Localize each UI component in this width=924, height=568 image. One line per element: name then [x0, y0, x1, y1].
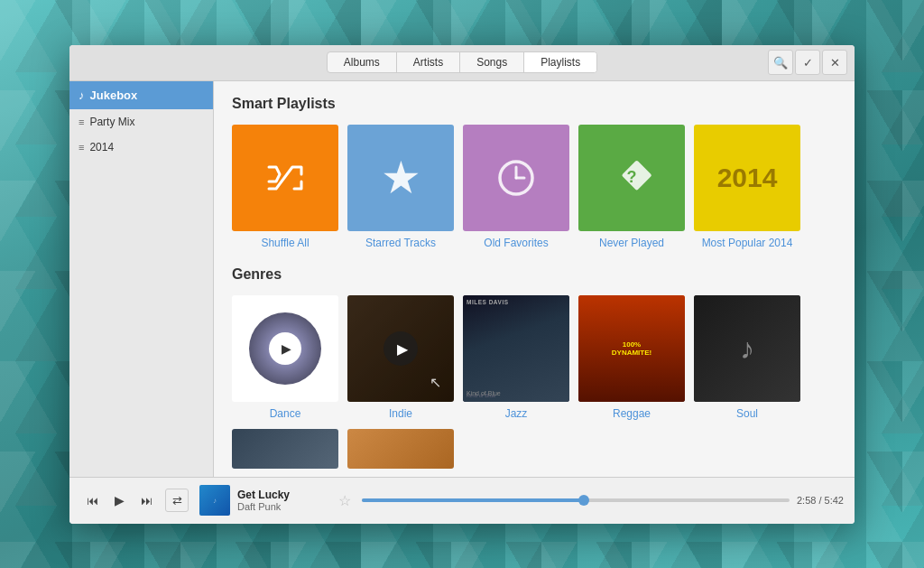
album-art: ♪: [199, 485, 230, 516]
genre-card-dance[interactable]: ▶ Dance: [232, 295, 338, 420]
question-diamond-icon: ?: [608, 154, 655, 201]
genre-card-soul[interactable]: ♪ Soul: [694, 295, 800, 420]
jazz-thumb: MILES DAVIS Kind of Blue: [463, 295, 569, 402]
svg-text:?: ?: [627, 168, 637, 186]
progress-handle: [578, 495, 589, 506]
shuffle-icon: [263, 156, 307, 200]
clock-icon: [493, 154, 540, 201]
track-info: Get Lucky Daft Punk: [237, 489, 328, 512]
tab-group: Albums Artists Songs Playlists: [327, 51, 597, 73]
progress-bar[interactable]: [362, 498, 790, 502]
tab-albums[interactable]: Albums: [328, 52, 397, 72]
playlist-card-old-fav[interactable]: Old Favorites: [463, 125, 569, 251]
tab-playlists[interactable]: Playlists: [524, 52, 596, 72]
sidebar: ♪ Jukebox ≡ Party Mix ≡ 2014: [69, 81, 214, 477]
genres-section: Genres ▶ Dance: [232, 266, 836, 469]
sidebar-item-2014[interactable]: ≡ 2014: [69, 135, 213, 160]
header-actions: 🔍 ✓ ✕: [768, 50, 847, 75]
playlist-card-most-popular[interactable]: 2014 Most Popular 2014: [694, 125, 800, 251]
dance-label: Dance: [270, 407, 301, 420]
dance-thumb: ▶: [232, 295, 338, 402]
shuffle-all-label: Shuffle All: [261, 237, 309, 251]
progress-fill: [362, 498, 584, 502]
sidebar-item-label-2014: 2014: [89, 141, 114, 154]
genres-row: ▶ Dance ▶ ↖: [232, 295, 836, 420]
confirm-button[interactable]: ✓: [795, 50, 820, 75]
genre-card-reggae[interactable]: 100%DYNAMITE! Reggae: [578, 295, 685, 420]
smart-playlists-title: Smart Playlists: [232, 96, 836, 112]
most-popular-thumb: 2014: [694, 125, 800, 231]
player-controls: ⏮ ▶ ⏭: [80, 489, 158, 512]
playlist-card-shuffle-all[interactable]: Shuffle All: [232, 125, 338, 251]
favorite-button[interactable]: ☆: [335, 492, 355, 509]
reggae-thumb: 100%DYNAMITE!: [578, 295, 685, 402]
starred-label: Starred Tracks: [365, 237, 436, 251]
most-popular-label: Most Popular 2014: [702, 237, 793, 251]
playlist-card-never-played[interactable]: ? Never Played: [578, 125, 685, 251]
track-artist: Daft Punk: [237, 501, 328, 512]
shuffle-player-button[interactable]: ⇄: [165, 489, 189, 512]
jazz-label: Jazz: [505, 407, 528, 420]
genre-card-jazz[interactable]: MILES DAVIS Kind of Blue Jazz: [463, 295, 569, 420]
list-icon: ≡: [79, 116, 84, 127]
genres-title: Genres: [232, 266, 836, 283]
year-label: 2014: [717, 163, 778, 193]
list-icon-2: ≡: [79, 142, 84, 153]
close-button[interactable]: ✕: [822, 50, 847, 75]
content-area[interactable]: Smart Playlists Shuffle All ★ Starred Tr: [214, 81, 855, 477]
sidebar-header: ♪ Jukebox: [69, 81, 213, 109]
smart-playlists-row: Shuffle All ★ Starred Tracks Old Favori: [232, 125, 836, 251]
reggae-label: Reggae: [613, 407, 651, 420]
app-window: Albums Artists Songs Playlists 🔍 ✓ ✕ ♪ J…: [69, 45, 855, 524]
sidebar-item-party-mix[interactable]: ≡ Party Mix: [69, 109, 213, 135]
player-bar: ⏮ ▶ ⏭ ⇄ ♪ Get Lucky Daft Punk ☆ 2:58 / 5…: [69, 477, 855, 524]
shuffle-all-thumb: [232, 125, 338, 231]
search-button[interactable]: 🔍: [768, 50, 793, 75]
sidebar-title: Jukebox: [90, 88, 138, 102]
old-fav-label: Old Favorites: [484, 237, 548, 251]
tab-songs[interactable]: Songs: [460, 52, 524, 72]
sidebar-item-label-party-mix: Party Mix: [89, 116, 134, 128]
partial-row: [232, 429, 836, 469]
header-bar: Albums Artists Songs Playlists 🔍 ✓ ✕: [69, 45, 855, 81]
progress-area: [362, 498, 790, 502]
indie-label: Indie: [389, 407, 412, 420]
old-fav-thumb: [463, 125, 569, 231]
soul-label: Soul: [736, 407, 758, 420]
prev-button[interactable]: ⏮: [80, 489, 104, 512]
tab-artists[interactable]: Artists: [397, 52, 460, 72]
soul-thumb: ♪: [694, 295, 800, 402]
next-button[interactable]: ⏭: [134, 489, 158, 512]
never-played-label: Never Played: [599, 237, 664, 251]
never-played-thumb: ?: [578, 125, 685, 231]
main-content: ♪ Jukebox ≡ Party Mix ≡ 2014 Smart Playl…: [69, 81, 855, 477]
partial-card-2: [347, 429, 454, 469]
partial-card-1: [232, 429, 338, 469]
play-button[interactable]: ▶: [107, 489, 131, 512]
indie-thumb: ▶ ↖: [347, 295, 454, 402]
playlist-card-starred[interactable]: ★ Starred Tracks: [347, 125, 454, 251]
genre-card-indie[interactable]: ▶ ↖ Indie: [347, 295, 454, 420]
music-note-icon: ♪: [79, 88, 85, 102]
time-display: 2:58 / 5:42: [797, 495, 844, 506]
track-name: Get Lucky: [237, 489, 328, 501]
starred-thumb: ★: [347, 125, 454, 231]
